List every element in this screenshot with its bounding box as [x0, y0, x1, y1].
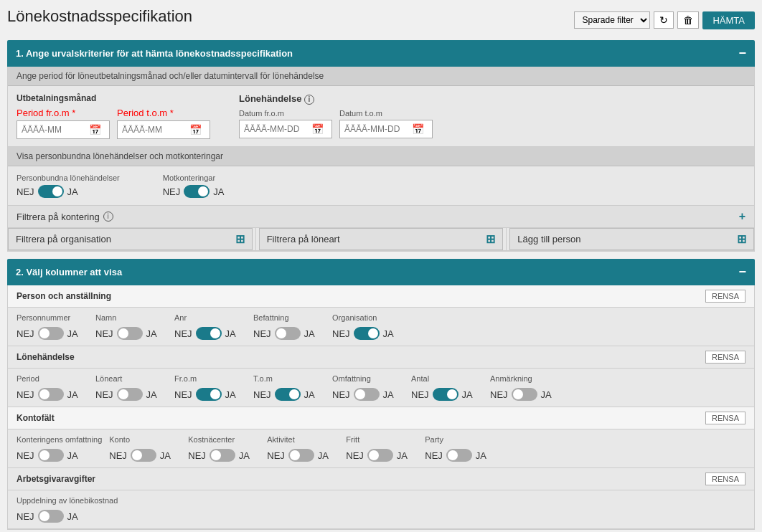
toggle-4[interactable]: [354, 327, 380, 340]
toggle-item-label: Fr.o.m: [174, 374, 246, 383]
toggle-4[interactable]: [367, 449, 393, 462]
toggle-item: Anr NEJ JA: [174, 313, 246, 340]
toggle-row-0: NEJ JA: [17, 327, 88, 340]
toggle-row-0: NEJ JA: [17, 449, 102, 462]
filter-kontering-info-icon[interactable]: i: [103, 212, 113, 222]
person-anstallning-rensa-btn[interactable]: RENSA: [705, 290, 745, 303]
toggle-0[interactable]: [38, 510, 64, 523]
toggle-item: Personnummer NEJ JA: [17, 313, 88, 340]
filter-lon-btn[interactable]: Filtrera på löneart ⊞: [259, 228, 504, 250]
toggle-row-4: NEJ JA: [332, 388, 404, 401]
motkonteringar-nej: NEJ: [163, 186, 181, 197]
toggle-item-label: Omfattning: [332, 374, 404, 383]
toggle-item: Namn NEJ JA: [95, 313, 167, 340]
delete-button[interactable]: 🗑: [677, 11, 699, 29]
period-to-calendar-icon[interactable]: 📅: [189, 124, 202, 136]
toggle-0[interactable]: [38, 327, 64, 340]
toggle-4[interactable]: [354, 388, 380, 401]
toggle-item-label: Aktivitet: [267, 435, 339, 444]
toggle-item: Aktivitet NEJ JA: [267, 435, 339, 462]
period-from-input[interactable]: [22, 125, 86, 135]
lonehandelse-header: Lönehändelse RENSA: [8, 346, 754, 369]
toggle-5[interactable]: [446, 449, 472, 462]
toggle-item-label: Antal: [411, 374, 483, 383]
toggle-2[interactable]: [196, 388, 222, 401]
toggle-2[interactable]: [210, 449, 235, 462]
person-anstallning-title: Person och anställning: [17, 291, 111, 301]
refresh-button[interactable]: ↻: [654, 11, 674, 29]
toggle-item-label: Befattning: [253, 313, 325, 322]
filter-org-btn[interactable]: Filtrera på organisation ⊞: [8, 228, 253, 250]
section-1-subheader: Ange period för löneutbetalningsmånad oc…: [8, 67, 754, 86]
datum-from-label: Datum fr.o.m: [239, 109, 332, 118]
kontofalt-rensa-btn[interactable]: RENSA: [705, 412, 745, 424]
person-anstallning-fields: Personnummer NEJ JA Namn NEJ JA Anr NEJ: [8, 308, 754, 346]
toggle-row-4: NEJ JA: [346, 449, 418, 462]
toggle-1[interactable]: [117, 388, 143, 401]
toggle-row-0: NEJ JA: [17, 388, 88, 401]
toggle-item-label: Fritt: [346, 435, 418, 444]
section-2-title: 2. Välj kolumner att visa: [16, 267, 122, 277]
section-2-header[interactable]: 2. Välj kolumner att visa −: [7, 259, 755, 285]
motkonteringar-toggle[interactable]: [184, 185, 210, 198]
lonehandelse-info-icon[interactable]: i: [304, 95, 314, 105]
filter-kontering-plus-icon[interactable]: +: [739, 210, 745, 223]
personbundna-label: Personbundna lönehändelser: [17, 174, 120, 182]
datum-from-input[interactable]: [244, 124, 309, 134]
datum-to-label: Datum t.o.m: [339, 109, 433, 118]
arbetsgivaravgifter-rensa-btn[interactable]: RENSA: [705, 472, 745, 485]
toggle-item-label: Organisation: [332, 313, 404, 322]
filter-buttons-row: Filtrera på organisation ⊞ Filtrera på l…: [8, 228, 754, 251]
lonehandelse-group: Lönehändelse i Datum fr.o.m 📅 Datum: [239, 93, 433, 139]
toggle-item: Party NEJ JA: [425, 435, 497, 462]
toggle-item: Kostnäcenter NEJ JA: [188, 435, 260, 462]
kontofalt-title: Kontofält: [17, 413, 55, 423]
saved-filter-dropdown[interactable]: Sparade filter: [574, 11, 650, 29]
personbundna-toggle[interactable]: [38, 185, 64, 198]
saved-filter-select[interactable]: Sparade filter: [574, 11, 650, 29]
toggle-item-label: Anr: [174, 313, 246, 322]
toggle-6[interactable]: [512, 388, 537, 401]
toggle-item: Omfattning NEJ JA: [332, 374, 404, 401]
lagg-till-btn[interactable]: Lägg till person ⊞: [509, 228, 754, 250]
lonehandelse-fields: Period NEJ JA Löneart NEJ JA Fr.o.m NEJ: [8, 369, 754, 407]
section-2-collapse-icon: −: [738, 265, 746, 280]
datum-to-input-wrapper: 📅: [339, 120, 433, 138]
period-from-calendar-icon[interactable]: 📅: [89, 124, 101, 136]
toggle-1[interactable]: [131, 449, 156, 462]
datum-from-calendar-icon[interactable]: 📅: [311, 123, 324, 135]
motkonteringar-ja: JA: [213, 186, 224, 197]
arbetsgivaravgifter-header: Arbetsgivaravgifter RENSA: [8, 468, 754, 490]
toggle-1[interactable]: [117, 327, 143, 340]
toggle-0[interactable]: [38, 388, 64, 401]
toggle-2[interactable]: [196, 327, 222, 340]
toggle-item-label: Uppdelning av lönebikostnad: [17, 496, 118, 505]
utbetalningsmånad-group: Utbetalningsmånad Period fr.o.m * 📅 Peri…: [17, 93, 210, 139]
period-to-group: Period t.o.m * 📅: [117, 108, 210, 139]
kontofalt-fields: Konteringens omfattning NEJ JA Konto NEJ…: [8, 429, 754, 468]
section-2: 2. Välj kolumner att visa − Person och a…: [7, 259, 755, 530]
toggle-item-label: Löneart: [95, 374, 167, 383]
toggle-3[interactable]: [275, 327, 301, 340]
toggle-row-5: NEJ JA: [425, 449, 497, 462]
section-1-collapse-icon: −: [738, 46, 746, 61]
datum-to-input[interactable]: [344, 124, 409, 134]
toggle-item: Konto NEJ JA: [109, 435, 181, 462]
toggle-0[interactable]: [38, 449, 64, 462]
filter-kontering-label: Filtrera på kontering: [17, 212, 100, 222]
section-1-header[interactable]: 1. Ange urvalskriterier för att hämta lö…: [7, 40, 755, 67]
period-to-input[interactable]: [122, 125, 187, 135]
hamta-top-button[interactable]: HÄMTA: [702, 11, 755, 29]
toggle-row-1: NEJ JA: [95, 388, 167, 401]
datum-from-group: Datum fr.o.m 📅: [239, 109, 332, 138]
personbundna-nej: NEJ: [17, 186, 34, 197]
toggle-5[interactable]: [433, 388, 458, 401]
toggle-row-6: NEJ JA: [490, 388, 562, 401]
toggle-row-3: NEJ JA: [253, 327, 325, 340]
toggle-3[interactable]: [288, 449, 314, 462]
toggle-item: Löneart NEJ JA: [95, 374, 167, 401]
datum-to-calendar-icon[interactable]: 📅: [412, 123, 424, 135]
filter-lon-plus-icon: ⊞: [486, 232, 495, 246]
toggle-3[interactable]: [275, 388, 301, 401]
lonehandelse-rensa-btn[interactable]: RENSA: [705, 351, 745, 364]
